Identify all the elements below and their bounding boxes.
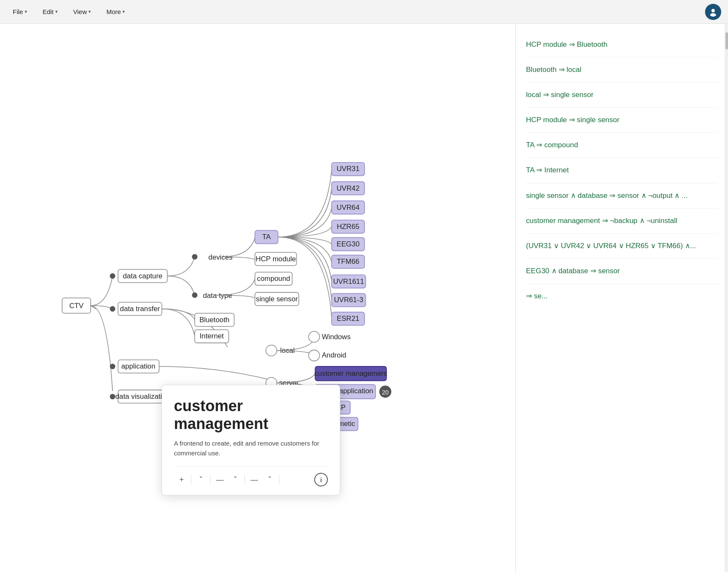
view-menu[interactable]: View ▾ [67, 5, 97, 19]
edit-label: Edit [43, 8, 54, 15]
right-panel-item[interactable]: (UVR31 ∨ UVR42 ∨ UVR64 ∨ HZR65 ∨ TFM66) … [526, 234, 718, 259]
svg-text:UVR42: UVR42 [337, 184, 360, 192]
svg-text:HCP module: HCP module [256, 255, 296, 263]
svg-text:data capture: data capture [123, 272, 162, 280]
right-panel-item[interactable]: HCP module ⇒ Bluetooth [526, 32, 718, 57]
svg-text:Internet: Internet [199, 332, 224, 340]
svg-text:Windows: Windows [322, 333, 351, 341]
view-label: View [73, 8, 87, 15]
scroll-indicator[interactable] [725, 24, 728, 572]
right-panel-item[interactable]: TA ⇒ compound [526, 133, 718, 158]
svg-text:data transfer: data transfer [120, 305, 160, 313]
svg-text:application: application [121, 362, 155, 370]
mindmap-canvas[interactable]: .lbl { font-family: 'Segoe UI', Arial, s… [0, 24, 515, 572]
tooltip-divider-2 [210, 475, 210, 485]
svg-point-50 [110, 364, 115, 369]
tooltip-actions: + ˅ — ˅ — ˅ i [174, 466, 328, 486]
right-panel-item[interactable]: customer management ⇒ ¬backup ∧ ¬uninsta… [526, 209, 718, 234]
tooltip-divider-4 [279, 475, 279, 485]
svg-text:Android: Android [322, 351, 347, 359]
svg-text:HZR65: HZR65 [337, 223, 359, 231]
tooltip-chevron-button-1[interactable]: ˅ [193, 473, 208, 486]
right-panel-item[interactable]: EEG30 ∧ database ⇒ sensor [526, 259, 718, 284]
svg-text:CTV: CTV [69, 302, 84, 310]
tooltip-divider-1 [191, 475, 191, 485]
svg-point-48 [309, 350, 320, 361]
right-panel-item[interactable]: single sensor ∧ database ⇒ sensor ∧ ¬out… [526, 183, 718, 209]
scroll-thumb [725, 32, 728, 49]
tooltip-title: customer management [174, 397, 328, 433]
svg-text:Bluetooth: Bluetooth [199, 316, 230, 324]
svg-text:UVR61-3: UVR61-3 [334, 296, 363, 304]
right-panel-item[interactable]: Bluetooth ⇒ local [526, 57, 718, 83]
tooltip-minus-button-2[interactable]: — [247, 473, 262, 486]
svg-text:single sensor: single sensor [256, 295, 298, 303]
svg-point-0 [711, 9, 715, 12]
more-menu[interactable]: More ▾ [100, 5, 131, 19]
right-panel-items: HCP module ⇒ BluetoothBluetooth ⇒ locall… [526, 32, 718, 309]
more-chevron-icon: ▾ [122, 9, 125, 14]
right-panel-item[interactable]: ⇒ se... [526, 284, 718, 309]
svg-text:compound: compound [257, 275, 290, 283]
svg-text:ESR21: ESR21 [337, 315, 359, 323]
more-label: More [106, 8, 121, 15]
svg-point-9 [192, 292, 197, 298]
svg-text:TFM66: TFM66 [337, 257, 359, 266]
right-panel-item[interactable]: local ⇒ single sensor [526, 83, 718, 108]
edit-menu[interactable]: Edit ▾ [37, 5, 64, 19]
svg-point-61 [110, 394, 115, 399]
right-panel-item[interactable]: HCP module ⇒ single sensor [526, 108, 718, 133]
view-chevron-icon: ▾ [88, 9, 91, 14]
svg-point-1 [710, 13, 716, 17]
svg-text:customer management: customer management [314, 369, 387, 378]
tooltip-divider-3 [245, 475, 245, 485]
svg-text:UVR31: UVR31 [337, 165, 360, 173]
svg-text:EEG30: EEG30 [337, 240, 360, 248]
svg-point-7 [192, 254, 197, 260]
svg-text:UVR1611: UVR1611 [333, 277, 364, 286]
right-panel: HCP module ⇒ BluetoothBluetooth ⇒ locall… [515, 24, 728, 572]
tooltip-add-button[interactable]: + [174, 473, 189, 486]
svg-point-46 [309, 332, 320, 343]
tooltip-chevron-button-2[interactable]: ˅ [228, 473, 243, 486]
main-content: .lbl { font-family: 'Segoe UI', Arial, s… [0, 24, 728, 572]
svg-text:20: 20 [382, 389, 389, 396]
tooltip-description: A frontend to create, edit and remove cu… [174, 439, 328, 458]
right-panel-item[interactable]: TA ⇒ Internet [526, 158, 718, 183]
tooltip-info-button[interactable]: i [314, 473, 328, 486]
file-label: File [13, 8, 23, 15]
svg-text:TA: TA [262, 233, 271, 241]
svg-point-37 [110, 306, 115, 312]
user-avatar[interactable] [705, 4, 721, 20]
svg-text:UVR64: UVR64 [337, 203, 360, 212]
tooltip-popup: customer management A frontend to create… [162, 385, 340, 495]
tooltip-chevron-button-3[interactable]: ˅ [262, 473, 277, 486]
menubar: File ▾ Edit ▾ View ▾ More ▾ [0, 0, 728, 24]
svg-text:devices: devices [208, 253, 233, 261]
file-chevron-icon: ▾ [25, 9, 27, 14]
svg-point-4 [110, 273, 115, 279]
edit-chevron-icon: ▾ [55, 9, 58, 14]
file-menu[interactable]: File ▾ [7, 5, 33, 19]
tooltip-minus-button[interactable]: — [212, 473, 228, 486]
svg-point-44 [266, 345, 277, 356]
